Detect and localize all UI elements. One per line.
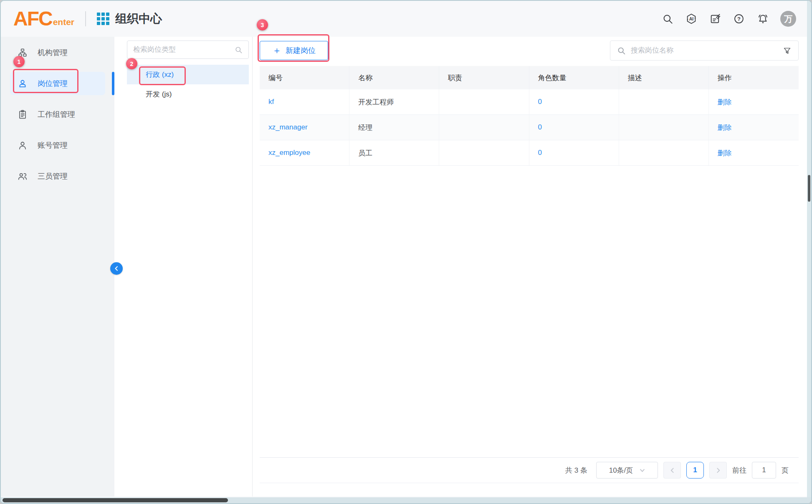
goto-label: 前往	[732, 466, 746, 475]
sidebar-item-label: 账号管理	[38, 140, 68, 150]
position-type-panel: 行政 (xz) 开发 (js)	[114, 37, 252, 496]
column-header: 名称	[349, 66, 439, 89]
delete-link[interactable]: 删除	[718, 97, 732, 107]
type-item-label: 行政 (xz)	[146, 70, 174, 79]
horizontal-scrollbar-thumb[interactable]	[3, 498, 228, 502]
sidebar-item-three-member-management[interactable]: 三员管理	[1, 165, 114, 188]
type-search-box	[127, 41, 249, 59]
filter-funnel-icon[interactable]	[783, 46, 792, 55]
sidebar-item-label: 三员管理	[38, 171, 68, 181]
vertical-scrollbar[interactable]	[807, 1, 811, 497]
help-icon[interactable]: ?	[733, 13, 745, 25]
logo-suffix-text: enter	[53, 17, 74, 27]
active-item-indicator	[112, 72, 114, 95]
page-title: 组织中心	[115, 11, 162, 27]
table-row: xz_employee 员工 0 删除	[260, 140, 799, 166]
position-name: 员工	[358, 148, 372, 158]
left-sidebar: 机构管理 岗位管理 工	[1, 37, 114, 496]
svg-text:AI: AI	[689, 16, 694, 21]
column-header: 角色数量	[529, 66, 619, 89]
chevron-right-icon	[716, 468, 721, 473]
position-search-input[interactable]	[631, 46, 778, 55]
main-panel: ＋ 新建岗位	[252, 37, 811, 496]
type-item-xz[interactable]: 行政 (xz)	[127, 65, 249, 84]
plus-icon: ＋	[272, 46, 281, 55]
table-row: kf 开发工程师 0 删除	[260, 89, 799, 115]
column-header: 职责	[439, 66, 529, 89]
position-name: 经理	[358, 123, 372, 132]
table-body: kf 开发工程师 0 删除 xz_manager 经理 0 删除	[260, 89, 799, 166]
content-area: 机构管理 岗位管理 工	[1, 37, 811, 496]
prev-page-button[interactable]	[663, 462, 681, 479]
position-code-link[interactable]: xz_manager	[268, 123, 308, 132]
header-divider	[85, 11, 86, 26]
positions-table: 编号 名称 职责 角色数量 描述 操作 kf 开发工程师 0 删除	[260, 66, 799, 166]
sidebar-collapse-button[interactable]	[110, 262, 123, 275]
new-position-button[interactable]: ＋ 新建岗位	[260, 41, 328, 60]
grid-menu-icon	[97, 13, 109, 25]
user-avatar[interactable]: 万	[780, 11, 796, 27]
position-name: 开发工程师	[358, 97, 394, 107]
type-search-input[interactable]	[133, 46, 235, 54]
position-code-link[interactable]: xz_employee	[268, 149, 310, 157]
account-person-icon	[18, 140, 28, 150]
logo-text: AFC	[13, 10, 52, 28]
sidebar-item-label: 工作组管理	[38, 109, 75, 119]
column-header: 描述	[619, 66, 709, 89]
position-code-link[interactable]: kf	[268, 98, 274, 106]
role-count-link[interactable]: 0	[538, 123, 542, 132]
table-header-row: 编号 名称 职责 角色数量 描述 操作	[260, 66, 799, 89]
app-window: AFC enter 组织中心 AI	[0, 0, 812, 504]
brand-logo: AFC enter	[13, 10, 74, 28]
module-switcher[interactable]: 组织中心	[97, 11, 162, 27]
next-page-button[interactable]	[709, 462, 727, 479]
top-header: AFC enter 组织中心 AI	[1, 1, 811, 37]
search-icon	[617, 46, 626, 55]
feedback-note-icon[interactable]	[709, 13, 721, 25]
goto-page-input[interactable]	[752, 462, 776, 479]
table-row: xz_manager 经理 0 删除	[260, 115, 799, 140]
org-chart-icon	[18, 48, 28, 58]
column-header: 编号	[260, 66, 349, 89]
sidebar-item-label: 机构管理	[38, 48, 68, 58]
search-icon	[235, 46, 243, 54]
page-size-select[interactable]: 10条/页	[596, 462, 658, 479]
delete-link[interactable]: 删除	[718, 148, 732, 158]
sidebar-item-position-management[interactable]: 岗位管理	[10, 72, 105, 95]
role-count-link[interactable]: 0	[538, 98, 542, 106]
group-people-icon	[18, 171, 28, 181]
vertical-scrollbar-thumb[interactable]	[808, 175, 810, 202]
horizontal-scrollbar[interactable]	[1, 497, 811, 503]
position-search-box	[610, 41, 799, 61]
chevron-left-icon	[670, 468, 675, 473]
role-count-link[interactable]: 0	[538, 149, 542, 157]
ai-assistant-icon[interactable]: AI	[685, 13, 698, 25]
page-size-value: 10条/页	[609, 466, 633, 475]
new-position-button-label: 新建岗位	[286, 46, 316, 56]
notifications-bell-icon[interactable]	[756, 13, 769, 25]
column-header: 操作	[709, 66, 799, 89]
toolbar: ＋ 新建岗位	[260, 41, 799, 61]
position-person-icon	[18, 79, 28, 89]
chevron-down-icon	[640, 468, 645, 473]
delete-link[interactable]: 删除	[718, 123, 732, 132]
page-unit-label: 页	[782, 466, 789, 475]
svg-text:?: ?	[737, 16, 741, 22]
type-item-js[interactable]: 开发 (js)	[127, 84, 249, 104]
clipboard-icon	[18, 109, 28, 119]
sidebar-item-workgroup-management[interactable]: 工作组管理	[1, 103, 114, 126]
header-actions: AI ?	[661, 11, 811, 27]
pagination-bar: 共 3 条 10条/页 1 前	[260, 457, 799, 483]
search-icon[interactable]	[661, 13, 674, 25]
sidebar-item-org-management[interactable]: 机构管理	[1, 41, 114, 64]
sidebar-item-label: 岗位管理	[38, 79, 68, 89]
current-page-button[interactable]: 1	[686, 462, 704, 479]
total-count-label: 共 3 条	[565, 466, 587, 475]
sidebar-item-account-management[interactable]: 账号管理	[1, 134, 114, 157]
type-item-label: 开发 (js)	[146, 89, 172, 99]
